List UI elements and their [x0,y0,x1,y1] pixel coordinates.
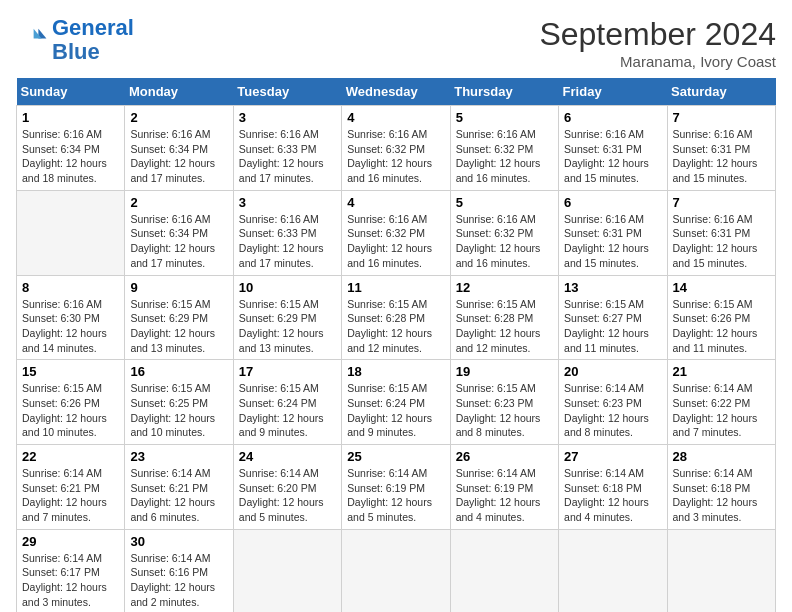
day-info: Sunrise: 6:16 AM Sunset: 6:33 PM Dayligh… [239,212,336,271]
calendar-cell: 24Sunrise: 6:14 AM Sunset: 6:20 PM Dayli… [233,445,341,530]
calendar-cell: 27Sunrise: 6:14 AM Sunset: 6:18 PM Dayli… [559,445,667,530]
calendar-cell [667,529,775,612]
day-number: 4 [347,195,444,210]
day-info: Sunrise: 6:14 AM Sunset: 6:20 PM Dayligh… [239,466,336,525]
calendar-cell: 4Sunrise: 6:16 AM Sunset: 6:32 PM Daylig… [342,106,450,191]
calendar-row: 29Sunrise: 6:14 AM Sunset: 6:17 PM Dayli… [17,529,776,612]
calendar-cell: 16Sunrise: 6:15 AM Sunset: 6:25 PM Dayli… [125,360,233,445]
calendar-cell: 5Sunrise: 6:16 AM Sunset: 6:32 PM Daylig… [450,106,558,191]
day-info: Sunrise: 6:15 AM Sunset: 6:26 PM Dayligh… [22,381,119,440]
logo-icon [16,24,48,56]
calendar-cell: 23Sunrise: 6:14 AM Sunset: 6:21 PM Dayli… [125,445,233,530]
calendar-cell: 5Sunrise: 6:16 AM Sunset: 6:32 PM Daylig… [450,190,558,275]
calendar-cell: 15Sunrise: 6:15 AM Sunset: 6:26 PM Dayli… [17,360,125,445]
day-number: 22 [22,449,119,464]
calendar-cell: 14Sunrise: 6:15 AM Sunset: 6:26 PM Dayli… [667,275,775,360]
day-number: 9 [130,280,227,295]
col-wednesday: Wednesday [342,78,450,106]
day-number: 13 [564,280,661,295]
calendar-cell: 3Sunrise: 6:16 AM Sunset: 6:33 PM Daylig… [233,190,341,275]
month-title: September 2024 [539,16,776,53]
day-info: Sunrise: 6:15 AM Sunset: 6:28 PM Dayligh… [456,297,553,356]
location: Maranama, Ivory Coast [539,53,776,70]
day-number: 21 [673,364,770,379]
day-info: Sunrise: 6:14 AM Sunset: 6:16 PM Dayligh… [130,551,227,610]
calendar-cell: 7Sunrise: 6:16 AM Sunset: 6:31 PM Daylig… [667,190,775,275]
day-number: 29 [22,534,119,549]
day-number: 7 [673,195,770,210]
day-info: Sunrise: 6:14 AM Sunset: 6:19 PM Dayligh… [347,466,444,525]
day-number: 3 [239,195,336,210]
day-number: 15 [22,364,119,379]
day-number: 24 [239,449,336,464]
calendar-cell: 13Sunrise: 6:15 AM Sunset: 6:27 PM Dayli… [559,275,667,360]
day-number: 3 [239,110,336,125]
calendar-cell: 6Sunrise: 6:16 AM Sunset: 6:31 PM Daylig… [559,190,667,275]
day-info: Sunrise: 6:14 AM Sunset: 6:17 PM Dayligh… [22,551,119,610]
calendar-table: Sunday Monday Tuesday Wednesday Thursday… [16,78,776,612]
day-info: Sunrise: 6:15 AM Sunset: 6:23 PM Dayligh… [456,381,553,440]
calendar-cell: 11Sunrise: 6:15 AM Sunset: 6:28 PM Dayli… [342,275,450,360]
calendar-row: 2Sunrise: 6:16 AM Sunset: 6:34 PM Daylig… [17,190,776,275]
calendar-cell: 21Sunrise: 6:14 AM Sunset: 6:22 PM Dayli… [667,360,775,445]
header-row: Sunday Monday Tuesday Wednesday Thursday… [17,78,776,106]
day-number: 5 [456,195,553,210]
day-number: 23 [130,449,227,464]
day-info: Sunrise: 6:16 AM Sunset: 6:32 PM Dayligh… [456,127,553,186]
day-number: 11 [347,280,444,295]
day-info: Sunrise: 6:14 AM Sunset: 6:21 PM Dayligh… [22,466,119,525]
day-info: Sunrise: 6:15 AM Sunset: 6:25 PM Dayligh… [130,381,227,440]
title-block: September 2024 Maranama, Ivory Coast [539,16,776,70]
day-number: 14 [673,280,770,295]
day-info: Sunrise: 6:15 AM Sunset: 6:24 PM Dayligh… [347,381,444,440]
calendar-row: 8Sunrise: 6:16 AM Sunset: 6:30 PM Daylig… [17,275,776,360]
col-tuesday: Tuesday [233,78,341,106]
day-number: 4 [347,110,444,125]
col-monday: Monday [125,78,233,106]
calendar-cell: 7Sunrise: 6:16 AM Sunset: 6:31 PM Daylig… [667,106,775,191]
day-info: Sunrise: 6:14 AM Sunset: 6:18 PM Dayligh… [673,466,770,525]
day-number: 19 [456,364,553,379]
calendar-cell: 19Sunrise: 6:15 AM Sunset: 6:23 PM Dayli… [450,360,558,445]
page-header: General Blue September 2024 Maranama, Iv… [16,16,776,70]
day-info: Sunrise: 6:16 AM Sunset: 6:34 PM Dayligh… [130,212,227,271]
day-number: 30 [130,534,227,549]
col-sunday: Sunday [17,78,125,106]
calendar-cell: 10Sunrise: 6:15 AM Sunset: 6:29 PM Dayli… [233,275,341,360]
day-info: Sunrise: 6:15 AM Sunset: 6:24 PM Dayligh… [239,381,336,440]
col-thursday: Thursday [450,78,558,106]
calendar-cell [233,529,341,612]
day-info: Sunrise: 6:16 AM Sunset: 6:31 PM Dayligh… [564,212,661,271]
calendar-cell: 8Sunrise: 6:16 AM Sunset: 6:30 PM Daylig… [17,275,125,360]
calendar-cell [450,529,558,612]
day-info: Sunrise: 6:16 AM Sunset: 6:33 PM Dayligh… [239,127,336,186]
calendar-cell: 28Sunrise: 6:14 AM Sunset: 6:18 PM Dayli… [667,445,775,530]
day-info: Sunrise: 6:15 AM Sunset: 6:26 PM Dayligh… [673,297,770,356]
day-number: 16 [130,364,227,379]
logo: General Blue [16,16,134,64]
calendar-cell: 20Sunrise: 6:14 AM Sunset: 6:23 PM Dayli… [559,360,667,445]
day-number: 2 [130,195,227,210]
calendar-row: 22Sunrise: 6:14 AM Sunset: 6:21 PM Dayli… [17,445,776,530]
calendar-cell [17,190,125,275]
logo-text: General Blue [52,16,134,64]
day-number: 18 [347,364,444,379]
day-number: 6 [564,110,661,125]
calendar-cell [559,529,667,612]
calendar-cell: 30Sunrise: 6:14 AM Sunset: 6:16 PM Dayli… [125,529,233,612]
day-info: Sunrise: 6:14 AM Sunset: 6:22 PM Dayligh… [673,381,770,440]
calendar-cell: 18Sunrise: 6:15 AM Sunset: 6:24 PM Dayli… [342,360,450,445]
day-info: Sunrise: 6:16 AM Sunset: 6:31 PM Dayligh… [673,212,770,271]
calendar-cell: 3Sunrise: 6:16 AM Sunset: 6:33 PM Daylig… [233,106,341,191]
col-saturday: Saturday [667,78,775,106]
calendar-cell: 2Sunrise: 6:16 AM Sunset: 6:34 PM Daylig… [125,190,233,275]
day-number: 1 [22,110,119,125]
calendar-cell: 22Sunrise: 6:14 AM Sunset: 6:21 PM Dayli… [17,445,125,530]
day-number: 28 [673,449,770,464]
calendar-cell: 29Sunrise: 6:14 AM Sunset: 6:17 PM Dayli… [17,529,125,612]
day-number: 26 [456,449,553,464]
day-number: 27 [564,449,661,464]
day-info: Sunrise: 6:14 AM Sunset: 6:19 PM Dayligh… [456,466,553,525]
day-info: Sunrise: 6:16 AM Sunset: 6:32 PM Dayligh… [456,212,553,271]
calendar-cell: 1Sunrise: 6:16 AM Sunset: 6:34 PM Daylig… [17,106,125,191]
